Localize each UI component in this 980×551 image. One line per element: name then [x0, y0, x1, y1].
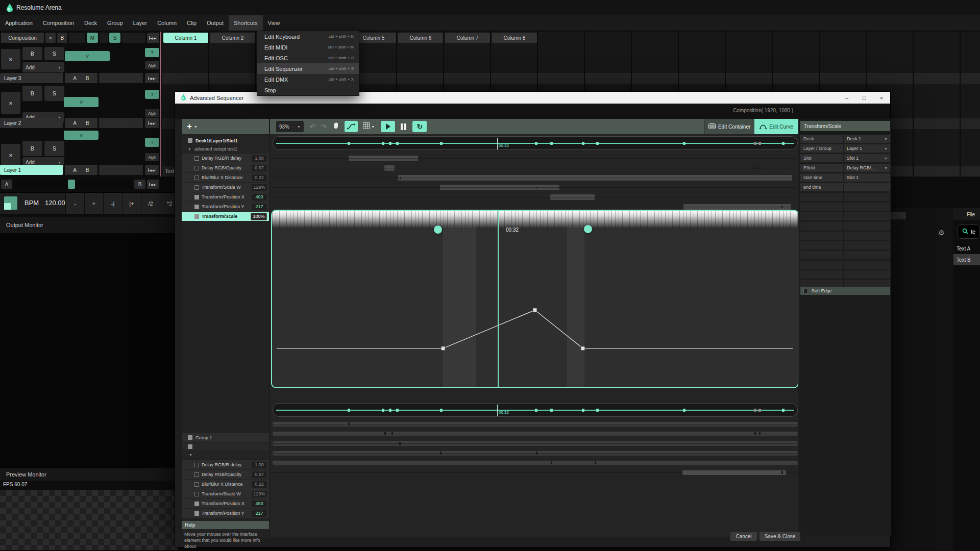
curve-point-handle[interactable]: [441, 346, 445, 350]
param-checkbox[interactable]: [194, 166, 199, 170]
overview-track-row[interactable]: [270, 468, 798, 478]
keyframe-dot[interactable]: [382, 142, 384, 145]
param-row-blur-blur-x-distance[interactable]: Blur/Blur X Distance0.22: [182, 173, 269, 182]
curve-point-handle[interactable]: [533, 308, 537, 312]
shortcut-menu-item-edit-keyboard[interactable]: Edit Keyboardctrl + shift + K: [257, 31, 359, 42]
keyframe-dot[interactable]: [535, 409, 537, 412]
keyframe-dot[interactable]: [348, 142, 350, 145]
shortcut-menu-item-edit-sequenzer[interactable]: Edit Sequenzerctrl + shift + S: [257, 63, 359, 74]
track-bar[interactable]: [398, 175, 792, 181]
column-cell-6[interactable]: Column 6: [398, 33, 443, 43]
keyframe-dot-grey[interactable]: [754, 409, 756, 412]
column-cell-7[interactable]: Column 7: [445, 33, 490, 43]
property-value-effekt[interactable]: Delay RGB/...▼: [844, 164, 890, 172]
group-row[interactable]: Group 1: [182, 433, 269, 442]
chevron-down-icon[interactable]: ▼: [188, 147, 191, 151]
layer-close-button[interactable]: ×: [1, 144, 20, 166]
menu-item-composition[interactable]: Composition: [38, 15, 79, 31]
menu-item-deck[interactable]: Deck: [79, 15, 102, 31]
keyframe-dot[interactable]: [535, 142, 537, 145]
layer-video-slider[interactable]: V: [65, 51, 110, 61]
bpm-button--[interactable]: -: [65, 193, 84, 214]
keyframe-dot[interactable]: [683, 409, 685, 412]
layer-name-layer-1[interactable]: Layer 1: [0, 165, 63, 175]
grid-icon[interactable]: [363, 122, 370, 131]
keyframe-dot[interactable]: [382, 409, 384, 412]
keyframe-dot[interactable]: [582, 409, 584, 412]
soft-edge-row[interactable]: Soft Edge: [800, 287, 890, 295]
overview-track-row[interactable]: [270, 419, 798, 429]
menu-item-output[interactable]: Output: [202, 15, 229, 31]
param-row-transform-scale-w[interactable]: Transform/Scale W129%: [182, 489, 269, 498]
edit-curve-button[interactable]: Edit Curve: [754, 119, 798, 134]
soft-edge-checkbox[interactable]: [803, 289, 808, 293]
shortcut-menu-item-edit-midi[interactable]: Edit MIDIctrl + shift + M: [257, 42, 359, 53]
composition-button[interactable]: Composition: [1, 33, 44, 43]
dock-tab-stub[interactable]: [891, 212, 906, 219]
layer-transport[interactable]: ◀▶: [145, 165, 159, 175]
gear-icon[interactable]: ⚙: [938, 229, 945, 237]
param-value[interactable]: 217: [252, 510, 267, 517]
layer-bypass-button[interactable]: B: [22, 86, 42, 101]
column-cell-8[interactable]: Column 8: [492, 33, 537, 43]
menu-item-clip[interactable]: Clip: [182, 15, 202, 31]
keyframe-dot[interactable]: [782, 142, 785, 145]
undo-icon[interactable]: ↶: [310, 122, 316, 131]
track-bar[interactable]: [384, 165, 395, 171]
menu-item-view[interactable]: View: [263, 15, 285, 31]
param-value[interactable]: 129%: [252, 491, 267, 497]
overview-track-row[interactable]: [270, 439, 798, 448]
keyframe-dot[interactable]: [396, 409, 399, 412]
group-checkbox[interactable]: [188, 435, 192, 440]
playhead[interactable]: [497, 405, 498, 416]
track-row[interactable]: [270, 163, 798, 173]
hand-tool-icon[interactable]: [333, 122, 339, 131]
composition-close-button[interactable]: ×: [45, 33, 56, 43]
param-row-transform-position-y[interactable]: Transform/Position Y217: [182, 202, 269, 211]
group-sub-row[interactable]: [182, 443, 269, 450]
crossfader-b-button[interactable]: B: [134, 180, 145, 189]
param-row-delay-rgb-opacity[interactable]: Delay RGB/Opacity0.67: [182, 470, 269, 479]
param-value[interactable]: 0.22: [252, 481, 267, 488]
keyframe-dot[interactable]: [596, 409, 599, 412]
curve-point-handle[interactable]: [581, 346, 585, 350]
track-bar[interactable]: [550, 194, 595, 200]
play-button[interactable]: [381, 121, 395, 132]
param-value[interactable]: 0.67: [252, 165, 267, 171]
file-item-1[interactable]: Text A: [953, 243, 980, 254]
keyframe-dot[interactable]: [389, 142, 391, 145]
layer-transport[interactable]: ◀▶: [145, 118, 159, 128]
param-checkbox[interactable]: [194, 482, 199, 487]
bpm-button-|+[interactable]: |+: [122, 193, 141, 214]
bpm-button-/2[interactable]: /2: [141, 193, 160, 214]
close-icon[interactable]: ×: [873, 92, 890, 104]
composition-master-button[interactable]: M: [87, 33, 98, 43]
loop-button[interactable]: ↻: [412, 121, 427, 132]
overview-track-row[interactable]: [270, 458, 798, 468]
param-value[interactable]: 0.67: [252, 471, 267, 478]
track-bar[interactable]: [682, 470, 786, 475]
param-value[interactable]: 0.22: [252, 174, 267, 181]
param-value[interactable]: 100%: [251, 213, 267, 220]
keyframe-dot-grey[interactable]: [758, 409, 761, 412]
param-checkbox[interactable]: [194, 463, 199, 467]
layer-name-layer-2[interactable]: Layer 2: [0, 118, 63, 128]
keyframe-dot[interactable]: [782, 409, 785, 412]
property-value-start-time[interactable]: Slot 1: [844, 173, 890, 182]
layer-alpha-button[interactable]: Alph: [145, 109, 159, 117]
zoom-select[interactable]: 93%▼: [276, 121, 304, 132]
curve-time-handle[interactable]: [584, 225, 592, 233]
property-value-slot[interactable]: Slot 1▼: [844, 154, 890, 162]
composition-bypass-button[interactable]: B: [57, 33, 67, 43]
layer-video-slider[interactable]: V: [64, 97, 99, 107]
layer-close-button[interactable]: ×: [1, 49, 20, 69]
group-collapse-row[interactable]: ▼: [182, 452, 269, 458]
param-value[interactable]: 1.00: [252, 462, 267, 468]
param-value[interactable]: 1.00: [252, 155, 267, 162]
keyframe-dot[interactable]: [582, 142, 584, 145]
param-checkbox[interactable]: [194, 185, 199, 190]
overview-track-row[interactable]: [270, 448, 798, 458]
layer-transition-button[interactable]: T: [145, 138, 159, 147]
param-row-transform-position-x[interactable]: Transform/Position X493: [182, 499, 269, 508]
shortcut-menu-item-stop[interactable]: Stop: [257, 85, 359, 95]
